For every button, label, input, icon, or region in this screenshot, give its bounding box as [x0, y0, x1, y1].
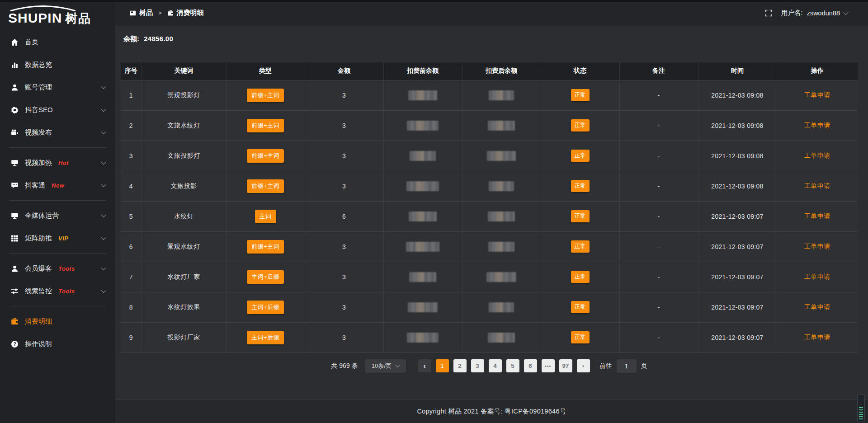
- page-button[interactable]: 3: [471, 359, 484, 372]
- cell-time: 2021-12-03 09:08: [698, 171, 777, 201]
- sidebar-item-douyin-seo[interactable]: 抖音SEO: [0, 99, 115, 121]
- cell-action: 工单申请: [777, 80, 858, 110]
- ticket-apply-link[interactable]: 工单申请: [804, 243, 830, 250]
- ticket-apply-link[interactable]: 工单申请: [804, 152, 830, 159]
- sidebar-item-member-leads[interactable]: 会员爆客 Tools: [0, 257, 115, 280]
- sidebar-item-home[interactable]: 首页: [0, 31, 115, 53]
- user-icon: [11, 84, 19, 91]
- chevron-down-icon: [101, 107, 106, 112]
- ticket-apply-link[interactable]: 工单申请: [804, 212, 830, 220]
- page-button[interactable]: 4: [489, 359, 502, 372]
- masked-balance-after: [488, 212, 515, 221]
- cell-balance-after: [462, 231, 541, 262]
- masked-balance-after: [488, 333, 515, 343]
- cell-keyword: 文旅投影: [142, 171, 226, 201]
- goto-page-input[interactable]: [617, 359, 637, 373]
- fullscreen-icon[interactable]: [765, 9, 772, 17]
- ticket-apply-link[interactable]: 工单申请: [804, 182, 830, 189]
- footer: Copyright 树品 2021 备案号: 粤ICP备09019646号: [115, 400, 868, 423]
- sidebar-item-video-publish[interactable]: 视频发布: [0, 121, 115, 144]
- sidebar-item-video-heating[interactable]: 视频加热 Hot: [0, 151, 115, 174]
- sidebar-divider: [9, 306, 106, 306]
- ticket-apply-link[interactable]: 工单申请: [804, 91, 830, 99]
- sidebar-item-data-overview[interactable]: 数据总览: [0, 53, 115, 76]
- page-button[interactable]: 2: [453, 359, 467, 372]
- cell-status: 正常: [541, 171, 619, 201]
- user-menu[interactable]: 用户名: zswodun88: [781, 9, 848, 17]
- question-circle-icon: ?: [11, 340, 19, 348]
- cell-status: 正常: [541, 322, 619, 352]
- cell-status: 正常: [541, 141, 619, 171]
- masked-balance-before: [406, 242, 439, 252]
- vip-badge: VIP: [58, 235, 68, 242]
- page-ellipsis-button[interactable]: •••: [542, 359, 555, 372]
- cell-time: 2021-12-03 09:07: [698, 231, 777, 262]
- cell-type: 前缀+主词: [226, 171, 305, 201]
- cell-amount: 3: [305, 231, 383, 262]
- status-badge: 正常: [571, 150, 590, 162]
- cell-time: 2021-12-03 09:07: [698, 262, 777, 292]
- cell-note: -: [619, 110, 698, 141]
- breadcrumb-label: 树品: [139, 9, 153, 17]
- cell-time: 2021-12-03 09:08: [698, 80, 777, 110]
- cell-seq: 5: [121, 201, 142, 231]
- sidebar-item-matrix-boost[interactable]: 矩阵助推 VIP: [0, 227, 115, 249]
- breadcrumb-item-home[interactable]: 树品: [130, 9, 153, 17]
- cell-balance-after: [462, 110, 541, 141]
- cell-balance-before: [383, 292, 462, 322]
- type-badge: 主词: [255, 210, 276, 223]
- cell-note: -: [619, 141, 698, 171]
- masked-balance-after: [489, 302, 514, 312]
- sidebar-divider: [9, 147, 106, 148]
- home-icon: [11, 38, 19, 46]
- cell-amount: 3: [305, 80, 383, 110]
- consumption-table-body: 1 景观投影灯 前缀+主词 3 正常 - 2021-12-03 09:08 工单…: [121, 80, 858, 352]
- next-page-button[interactable]: ›: [577, 359, 590, 372]
- ticket-apply-link[interactable]: 工单申请: [804, 273, 830, 280]
- cell-amount: 3: [305, 141, 383, 171]
- masked-balance-after: [489, 181, 514, 191]
- sidebar-item-omni-media[interactable]: 全媒体运营: [0, 204, 115, 227]
- grid-icon: [11, 235, 19, 242]
- type-badge: 主词+后缀: [247, 331, 284, 344]
- cell-balance-before: [383, 110, 462, 141]
- ticket-apply-link[interactable]: 工单申请: [804, 122, 830, 129]
- cell-amount: 3: [305, 110, 383, 141]
- status-badge: 正常: [571, 180, 590, 192]
- cell-balance-before: [383, 231, 462, 262]
- tools-badge: Tools: [58, 288, 75, 295]
- ticket-apply-link[interactable]: 工单申请: [804, 303, 830, 310]
- col-balance-before: 扣费前余额: [383, 62, 462, 80]
- sidebar-item-consumption-detail[interactable]: 消费明细: [0, 310, 115, 333]
- col-seq: 序号: [121, 62, 142, 80]
- sidebar-item-label: 会员爆客: [25, 264, 52, 273]
- table-row: 4 文旅投影 前缀+主词 3 正常 - 2021-12-03 09:08 工单申…: [121, 171, 858, 201]
- cell-balance-after: [462, 80, 541, 110]
- ticket-apply-link[interactable]: 工单申请: [804, 334, 830, 341]
- prev-page-button[interactable]: ‹: [418, 359, 431, 372]
- cell-action: 工单申请: [777, 141, 858, 171]
- page-button[interactable]: 5: [506, 359, 519, 372]
- sidebar-item-douketong[interactable]: 抖客通 New: [0, 174, 115, 197]
- sidebar-divider: [9, 200, 106, 201]
- goto-page: 前往 页: [599, 359, 647, 373]
- video-camera-icon: [11, 129, 19, 136]
- page-button[interactable]: 6: [524, 359, 537, 372]
- cell-note: -: [619, 292, 698, 322]
- page-button[interactable]: 1: [436, 359, 449, 372]
- browser-extension-widget[interactable]: [857, 394, 865, 422]
- cell-type: 主词+后缀: [226, 322, 305, 352]
- breadcrumb-item-current[interactable]: 消费明细: [167, 9, 204, 17]
- cell-seq: 8: [121, 292, 142, 322]
- sidebar-item-account-management[interactable]: 账号管理: [0, 76, 115, 99]
- cell-note: -: [619, 322, 698, 352]
- cell-keyword: 水纹灯效果: [142, 292, 226, 322]
- page-button[interactable]: 97: [559, 359, 572, 372]
- sidebar-item-clue-monitor[interactable]: 线索监控 Tools: [0, 280, 115, 302]
- cell-amount: 3: [305, 262, 383, 292]
- masked-balance-after: [487, 151, 516, 161]
- cell-seq: 9: [121, 322, 142, 352]
- page-size-select[interactable]: 10条/页: [365, 359, 406, 373]
- cell-type: 前缀+主词: [226, 110, 305, 141]
- sidebar-item-instructions[interactable]: ? 操作说明: [0, 333, 115, 355]
